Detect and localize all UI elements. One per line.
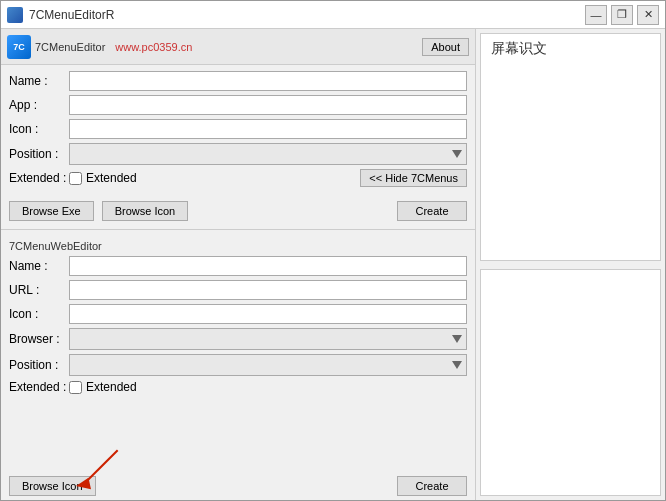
create-button-section1[interactable]: Create (397, 201, 467, 221)
app-header: 7C 7CMenuEditor www.pc0359.cn About (1, 29, 475, 65)
icon-row: Icon : (9, 119, 467, 139)
app-row: App : (9, 95, 467, 115)
name-label-2: Name : (9, 259, 69, 273)
name-row: Name : (9, 71, 467, 91)
icon-input[interactable] (69, 119, 467, 139)
hide-7cmenus-button[interactable]: << Hide 7CMenus (360, 169, 467, 187)
window-controls: — ❐ ✕ (585, 5, 659, 25)
url-input[interactable] (69, 280, 467, 300)
url-label: URL : (9, 283, 69, 297)
section1-buttons: Browse Exe Browse Icon Create (1, 201, 475, 221)
extended-checkbox-row-2: Extended (69, 380, 137, 394)
browser-row: Browser : (9, 328, 467, 350)
extended-row-2: Extended : Extended (9, 380, 467, 394)
title-bar: 7CMenuEditorR — ❐ ✕ (1, 1, 665, 29)
position-label-2: Position : (9, 358, 69, 372)
extended-checkbox-2[interactable] (69, 381, 82, 394)
section2-title: 7CMenuWebEditor (9, 240, 467, 252)
name-input-2[interactable] (69, 256, 467, 276)
extended-checkbox-label: Extended (86, 171, 137, 185)
left-panel: 7C 7CMenuEditor www.pc0359.cn About Name… (1, 29, 475, 500)
url-row: URL : (9, 280, 467, 300)
browser-label: Browser : (9, 332, 69, 346)
browse-exe-button[interactable]: Browse Exe (9, 201, 94, 221)
minimize-button[interactable]: — (585, 5, 607, 25)
app-input[interactable] (69, 95, 467, 115)
icon-label-2: Icon : (9, 307, 69, 321)
name-row-2: Name : (9, 256, 467, 276)
main-content: 7C 7CMenuEditor www.pc0359.cn About Name… (1, 29, 665, 500)
icon-input-2[interactable] (69, 304, 467, 324)
position-row: Position : (9, 143, 467, 165)
ocr-title: 屏幕识文 (487, 36, 551, 60)
position-select-2[interactable] (69, 354, 467, 376)
section1: Name : App : Icon : Position : Extended … (1, 65, 475, 197)
logo-text: 7CMenuEditor (35, 41, 105, 53)
right-top-panel: 屏幕识文 (480, 33, 661, 261)
app-label: App : (9, 98, 69, 112)
position-label: Position : (9, 147, 69, 161)
website-text: www.pc0359.cn (115, 41, 192, 53)
app-icon (7, 7, 23, 23)
close-button[interactable]: ✕ (637, 5, 659, 25)
extended-checkbox-label-2: Extended (86, 380, 137, 394)
logo-area: 7C 7CMenuEditor www.pc0359.cn (7, 35, 192, 59)
position-select[interactable] (69, 143, 467, 165)
extended-label: Extended : (9, 171, 69, 185)
create-button-section2[interactable]: Create (397, 476, 467, 496)
browse-icon-button-section1[interactable]: Browse Icon (102, 201, 189, 221)
section2: 7CMenuWebEditor Name : URL : Icon : Brow… (1, 234, 475, 472)
extended-label-2: Extended : (9, 380, 69, 394)
section2-buttons: Browse Icon Create (1, 476, 475, 496)
logo-icon: 7C (7, 35, 31, 59)
name-label: Name : (9, 74, 69, 88)
browser-select[interactable] (69, 328, 467, 350)
extended-row: Extended : Extended << Hide 7CMenus (9, 169, 467, 187)
name-input[interactable] (69, 71, 467, 91)
icon-label: Icon : (9, 122, 69, 136)
icon-row-2: Icon : (9, 304, 467, 324)
position-row-2: Position : (9, 354, 467, 376)
about-button[interactable]: About (422, 38, 469, 56)
browse-icon-button-section2[interactable]: Browse Icon (9, 476, 96, 496)
extended-checkbox[interactable] (69, 172, 82, 185)
restore-button[interactable]: ❐ (611, 5, 633, 25)
right-panel: 屏幕识文 (475, 29, 665, 500)
title-bar-text: 7CMenuEditorR (29, 8, 585, 22)
section-divider (1, 229, 475, 230)
right-bottom-panel (480, 269, 661, 497)
extended-checkbox-row: Extended (69, 171, 137, 185)
